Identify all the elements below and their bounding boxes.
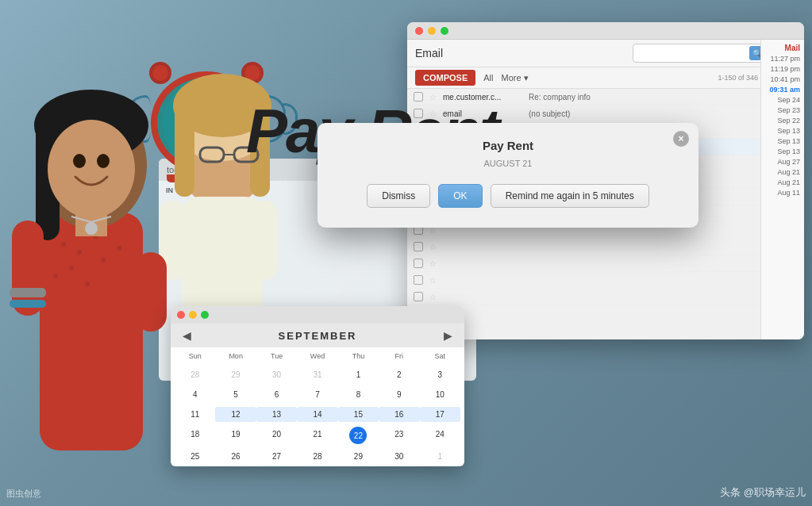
- email-checkbox[interactable]: [414, 275, 423, 285]
- alert-close-button[interactable]: ×: [673, 131, 689, 147]
- cal-day[interactable]: 1: [338, 367, 379, 382]
- cal-day[interactable]: 3: [420, 367, 460, 382]
- compose-button[interactable]: COMPOSE: [415, 70, 475, 86]
- maximize-dot[interactable]: [441, 27, 448, 35]
- cal-day[interactable]: 31: [297, 367, 337, 382]
- remind-button[interactable]: Remind me again in 5 minutes: [491, 184, 649, 208]
- svg-point-26: [73, 154, 86, 168]
- sidebar-time-unread: 09:31 am: [769, 89, 800, 94]
- email-row[interactable]: ☆ Sep 13: [407, 239, 804, 255]
- email-count: 1-150 of 346: [718, 74, 758, 82]
- cal-day[interactable]: 20: [256, 427, 297, 444]
- cal-day[interactable]: 6: [256, 387, 297, 402]
- minimize-dot[interactable]: [428, 27, 436, 35]
- dow-sat: Sat: [420, 350, 460, 362]
- sidebar-time-12: Aug 21: [777, 168, 800, 176]
- svg-rect-32: [135, 252, 167, 332]
- cal-day[interactable]: 8: [338, 387, 379, 402]
- filter-all[interactable]: All: [483, 73, 493, 82]
- svg-rect-7: [250, 201, 278, 280]
- dow-thu: Thu: [338, 350, 379, 362]
- cal-day[interactable]: 17: [420, 407, 460, 422]
- cal-day[interactable]: 30: [379, 449, 419, 464]
- cal-day[interactable]: 1: [420, 449, 460, 464]
- cal-day[interactable]: 13: [256, 407, 297, 422]
- svg-point-14: [61, 242, 66, 247]
- cal-day[interactable]: 27: [256, 449, 297, 464]
- cal-day[interactable]: 5: [215, 387, 256, 402]
- cal-day[interactable]: 19: [215, 427, 256, 444]
- calendar-mini-window: ◀ SEPTEMBER ▶ Sun Mon Tue Wed Thu Fri Sa…: [171, 306, 464, 466]
- calendar-week-2: 4 5 6 7 8 9 10: [171, 385, 464, 404]
- dow-mon: Mon: [215, 350, 256, 362]
- close-dot[interactable]: [415, 27, 423, 35]
- svg-point-15: [77, 250, 82, 255]
- svg-point-19: [117, 246, 121, 251]
- cal-day[interactable]: 29: [338, 449, 379, 464]
- cal-maximize-dot[interactable]: [201, 311, 209, 319]
- calendar-week-3: 11 12 13 14 15 16 17: [171, 404, 464, 424]
- cal-day-today[interactable]: 22: [349, 427, 367, 444]
- star-icon[interactable]: ☆: [429, 276, 437, 285]
- cal-day[interactable]: 28: [297, 449, 337, 464]
- cal-day[interactable]: 18: [175, 427, 215, 444]
- svg-rect-30: [10, 300, 46, 308]
- svg-point-17: [69, 266, 74, 270]
- calendar-week-1: 28 29 30 31 1 2 3: [171, 365, 464, 385]
- cal-day[interactable]: 30: [256, 367, 297, 382]
- star-icon[interactable]: ☆: [429, 293, 437, 301]
- calendar-days-of-week: Sun Mon Tue Wed Thu Fri Sat: [171, 347, 464, 365]
- email-checkbox[interactable]: [414, 242, 423, 251]
- cal-day[interactable]: 25: [175, 449, 215, 464]
- email-subject: Re: company info: [529, 93, 761, 102]
- cal-day[interactable]: 26: [215, 449, 256, 464]
- cal-prev-button[interactable]: ◀: [179, 328, 195, 343]
- cal-day[interactable]: 4: [175, 387, 215, 402]
- email-search-input[interactable]: [638, 48, 749, 58]
- dow-fri: Fri: [379, 350, 419, 362]
- svg-rect-13: [40, 213, 143, 450]
- email-checkbox[interactable]: [414, 259, 423, 268]
- email-search-bar[interactable]: 🔍: [633, 44, 775, 63]
- watermark-left: 图虫创意: [6, 488, 41, 500]
- email-row[interactable]: ☆ Aug 21: [407, 272, 804, 289]
- filter-more[interactable]: More ▾: [501, 73, 528, 83]
- cal-day[interactable]: 29: [215, 367, 256, 382]
- ok-button[interactable]: OK: [438, 184, 482, 208]
- email-row[interactable]: ☆ Aug 11: [407, 289, 804, 305]
- cal-day[interactable]: 28: [175, 367, 215, 382]
- cal-close-dot[interactable]: [177, 311, 185, 319]
- cal-day[interactable]: 24: [420, 427, 460, 444]
- dow-sun: Sun: [175, 350, 215, 362]
- cal-day[interactable]: 2: [379, 367, 419, 382]
- cal-next-button[interactable]: ▶: [440, 328, 456, 343]
- cal-day[interactable]: 10: [420, 387, 460, 402]
- calendar-week-5: 25 26 27 28 29 30 1: [171, 447, 464, 466]
- cal-day[interactable]: 23: [379, 427, 419, 444]
- email-toolbar: Email 🔍 ☰: [407, 40, 804, 67]
- cal-day[interactable]: 14: [297, 407, 337, 422]
- cal-day[interactable]: 7: [297, 387, 337, 402]
- sidebar-time-6: Sep 23: [777, 106, 800, 114]
- cal-day[interactable]: 15: [338, 407, 379, 422]
- dow-wed: Wed: [297, 350, 337, 362]
- dismiss-button[interactable]: Dismiss: [367, 184, 430, 208]
- star-icon[interactable]: ☆: [429, 243, 437, 251]
- calendar-body: ◀ SEPTEMBER ▶ Sun Mon Tue Wed Thu Fri Sa…: [171, 324, 464, 466]
- cal-day[interactable]: 12: [215, 407, 256, 422]
- sidebar-time-5: Sep 24: [777, 96, 800, 104]
- cal-day[interactable]: 9: [379, 387, 419, 402]
- svg-point-25: [48, 120, 135, 218]
- sidebar-time-14: Aug 11: [777, 189, 800, 197]
- email-subject: (no subject): [529, 109, 761, 118]
- dow-tue: Tue: [256, 350, 297, 362]
- email-checkbox[interactable]: [414, 292, 423, 301]
- cal-day[interactable]: 16: [379, 407, 419, 422]
- email-right-sidebar: Mail 11:27 pm 11:19 pm 10:41 pm 09:31 am…: [760, 89, 804, 339]
- cal-day[interactable]: 11: [175, 407, 215, 422]
- cal-day[interactable]: 21: [297, 427, 337, 444]
- cal-minimize-dot[interactable]: [189, 311, 197, 319]
- email-row[interactable]: ☆ Aug 27: [407, 255, 804, 272]
- star-icon[interactable]: ☆: [429, 259, 437, 268]
- sidebar-time-9: Sep 13: [777, 137, 800, 145]
